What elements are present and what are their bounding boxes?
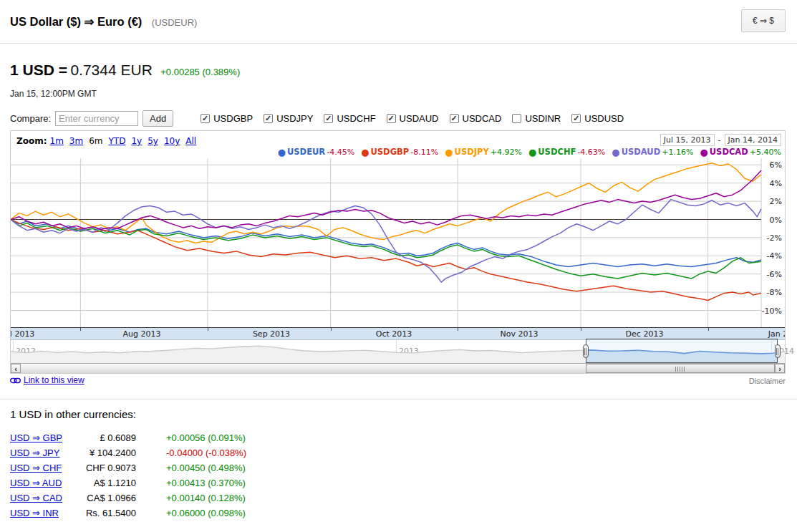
pair-change: +0.00140 (0.128%) — [166, 493, 246, 503]
page-title: US Dollar ($) ⇒ Euro (€) — [10, 15, 142, 28]
pair-rate-value: £ 0.6089 — [76, 432, 136, 443]
checkbox-label: USDCHF — [337, 113, 375, 124]
usdusd-checkbox[interactable]: ✓ — [571, 114, 581, 123]
zoom-option-1m[interactable]: 1m — [50, 136, 64, 146]
series-line-usdaud — [11, 200, 761, 283]
y-tick-label: 2% — [753, 197, 782, 206]
zoom-option-all[interactable]: All — [185, 136, 196, 146]
usdgbp-checkbox[interactable]: ✓ — [201, 114, 210, 123]
pair-link-aud[interactable]: USD ⇒ AUD — [10, 478, 76, 488]
y-tick-label: -4% — [753, 251, 782, 261]
y-tick-label: 6% — [753, 160, 782, 170]
legend-change-pct: +4.92% — [491, 147, 522, 157]
finance-page: US Dollar ($) ⇒ Euro (€) (USDEUR) € ⇒ $ … — [0, 0, 797, 532]
chart-scrollbar[interactable]: ‹› — [11, 363, 785, 373]
scroll-left-button[interactable]: ‹ — [11, 364, 21, 373]
compare-option-usdaud[interactable]: ✓USDAUD — [387, 113, 439, 124]
pair-rate-value: A$ 1.1210 — [76, 478, 136, 488]
zoom-label: Zoom: — [16, 136, 47, 146]
legend-change-pct: -4.45% — [327, 147, 354, 157]
legend-change-pct: +1.16% — [662, 147, 693, 157]
legend-series-name: USDAUD — [622, 147, 661, 157]
selection-window[interactable] — [586, 339, 778, 363]
thumb-grip — [675, 367, 685, 372]
link-to-view[interactable]: Link to this view — [10, 375, 84, 385]
legend-dot: ● — [528, 147, 536, 157]
section-divider — [0, 399, 797, 400]
pair-link-cad[interactable]: USD ⇒ CAD — [10, 493, 76, 503]
usdchf-checkbox[interactable]: ✓ — [324, 114, 333, 123]
add-currency-button[interactable]: Add — [143, 110, 173, 127]
compare-label: Compare: — [10, 113, 51, 124]
series-line-usdjpy — [11, 163, 761, 243]
quote-timestamp: Jan 15, 12:00PM GMT — [10, 89, 97, 99]
other-currencies-title: 1 USD in other currencies: — [10, 408, 136, 420]
pair-link-gbp[interactable]: USD ⇒ GBP — [10, 432, 76, 443]
date-from-box[interactable]: Jul 15, 2013 — [660, 134, 715, 146]
legend-change-pct: -8.11% — [410, 147, 438, 157]
series-line-usdcad — [11, 170, 761, 230]
handle-grip — [584, 348, 587, 355]
swap-currencies-button[interactable]: € ⇒ $ — [741, 9, 786, 32]
right-range-handle[interactable] — [775, 344, 781, 358]
month-label: Jul 2013 — [11, 329, 40, 339]
left-range-handle[interactable] — [583, 344, 589, 358]
usdcad-checkbox[interactable]: ✓ — [450, 114, 459, 123]
range-selector[interactable]: 201220132014 — [11, 340, 785, 363]
legend-item-usdeur: ●USDEUR-4.45% — [278, 147, 354, 157]
zoom-option-10y[interactable]: 10y — [164, 136, 180, 146]
pair-link-jpy[interactable]: USD ⇒ JPY — [10, 448, 76, 458]
legend-series-name: USDCHF — [538, 147, 576, 157]
table-row: USD ⇒ CADCA$ 1.0966+0.00140 (0.128%) — [10, 493, 246, 508]
chart-legend: ●USDEUR-4.45%●USDGBP-8.11%●USDJPY+4.92%●… — [271, 147, 781, 157]
checkbox-label: USDJPY — [276, 113, 313, 124]
pair-change: +0.00413 (0.370%) — [166, 478, 246, 488]
link-to-view-label[interactable]: Link to this view — [24, 375, 84, 385]
month-label: Dec 2013 — [623, 329, 666, 339]
legend-series-name: USDEUR — [287, 147, 325, 157]
x-axis-tick — [458, 328, 458, 331]
x-axis-tick — [581, 328, 581, 331]
month-label: Sep 2013 — [250, 329, 293, 339]
zoom-option-3m[interactable]: 3m — [69, 136, 83, 146]
disclaimer-link[interactable]: Disclaimer — [749, 377, 786, 385]
legend-dot: ● — [445, 147, 453, 157]
quote-line: 1 USD = 0.7344 EUR +0.00285 (0.389%) — [10, 62, 240, 79]
pair-link-inr[interactable]: USD ⇒ INR — [10, 508, 76, 518]
pair-change: +0.00450 (0.498%) — [166, 463, 246, 473]
scroll-right-button[interactable]: › — [775, 364, 785, 373]
zoom-option-5y[interactable]: 5y — [148, 136, 158, 146]
y-tick-label: 0% — [753, 216, 782, 225]
compare-option-usdjpy[interactable]: ✓USDJPY — [264, 113, 313, 124]
zoom-option-1y[interactable]: 1y — [131, 136, 142, 146]
legend-item-usdjpy: ●USDJPY+4.92% — [445, 147, 522, 157]
legend-dot: ● — [700, 147, 707, 157]
zoom-option-6m[interactable]: 6m — [89, 136, 102, 146]
legend-change-pct: -4.63% — [577, 147, 605, 157]
compare-option-usdcad[interactable]: ✓USDCAD — [450, 113, 502, 124]
compare-option-usdinr[interactable]: USDINR — [512, 113, 561, 124]
date-to-box[interactable]: Jan 14, 2014 — [725, 134, 781, 146]
legend-item-usdaud: ●USDAUD+1.16% — [612, 147, 693, 157]
usdaud-checkbox[interactable]: ✓ — [387, 114, 396, 123]
quote-value: 0.7344 EUR — [70, 62, 152, 78]
pair-rate-value: Rs. 61.5400 — [76, 508, 136, 518]
legend-dot: ● — [361, 147, 369, 157]
compare-option-usdusd[interactable]: ✓USDUSD — [571, 113, 624, 124]
series-line-usdgbp — [11, 220, 761, 301]
usdinr-checkbox[interactable] — [512, 114, 521, 123]
compare-option-usdgbp[interactable]: ✓USDGBP — [201, 113, 253, 124]
price-chart[interactable] — [11, 131, 785, 327]
table-row: USD ⇒ JPY¥ 104.2400-0.04000 (-0.038%) — [10, 448, 246, 463]
legend-dot: ● — [278, 147, 286, 157]
scrollbar-thumb[interactable] — [586, 364, 775, 373]
legend-item-usdchf: ●USDCHF-4.63% — [528, 147, 605, 157]
y-tick-label: -8% — [753, 288, 782, 297]
compare-option-usdchf[interactable]: ✓USDCHF — [324, 113, 375, 124]
pair-link-chf[interactable]: USD ⇒ CHF — [10, 463, 76, 473]
usdjpy-checkbox[interactable]: ✓ — [264, 114, 273, 123]
zoom-option-ytd[interactable]: YTD — [108, 136, 125, 146]
currency-input[interactable] — [55, 111, 138, 126]
month-label: Oct 2013 — [372, 329, 415, 339]
pair-change: +0.00056 (0.091%) — [166, 432, 246, 443]
